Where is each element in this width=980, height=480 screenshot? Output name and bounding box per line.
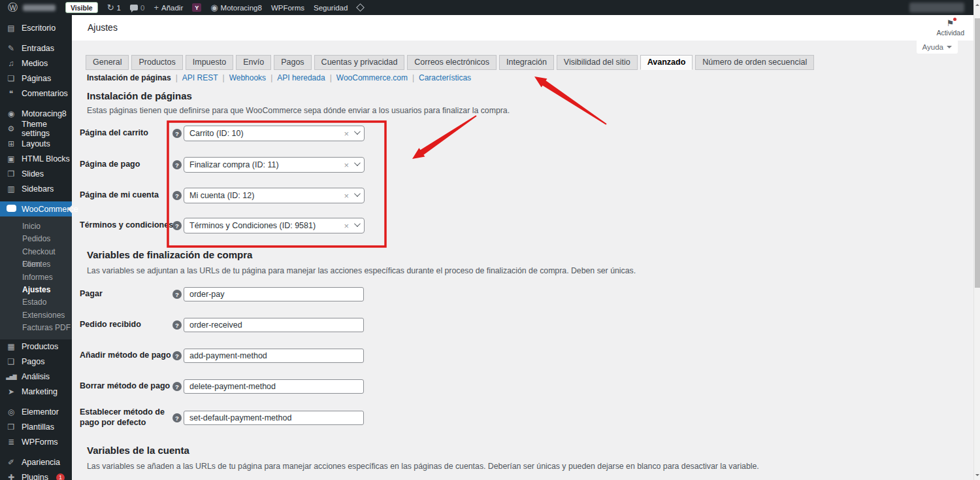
sidebar-item-wpforms[interactable]: ≣ WPForms <box>0 435 72 450</box>
yoast-icon: Y <box>192 3 201 12</box>
subnav-woocommerce-com[interactable]: WooCommerce.com <box>336 73 419 82</box>
sliders-icon: ⚙ <box>6 124 16 133</box>
help-icon[interactable]: ? <box>172 191 182 200</box>
subnav-api-rest[interactable]: API REST <box>182 73 229 82</box>
tab-impuesto[interactable]: Impuesto <box>186 55 233 70</box>
scrollbar-thumb[interactable] <box>975 18 980 288</box>
terms-page-select[interactable]: Términos y Condiciones (ID: 9581) × <box>184 218 365 233</box>
main-content: Ajustes ⚑ Actividad Ayuda General Produc… <box>72 15 973 480</box>
submenu-estado[interactable]: Estado <box>0 296 72 309</box>
tab-avanzado[interactable]: Avanzado <box>640 55 693 70</box>
visible-status-badge[interactable]: Visible <box>61 0 103 15</box>
wpforms-menu[interactable]: WPForms <box>267 0 309 15</box>
sidebar-item-pages[interactable]: ❏ Páginas <box>0 71 72 86</box>
add-payment-method-endpoint-input[interactable] <box>184 349 364 363</box>
sidebar-item-sidebars[interactable]: ▥ Sidebars <box>0 181 72 196</box>
sidebar-item-marketing[interactable]: ➤ Marketing <box>0 385 72 400</box>
help-icon[interactable]: ? <box>172 351 182 360</box>
add-new-button[interactable]: + Añadir <box>149 0 188 15</box>
submenu-ajustes[interactable]: Ajustes <box>0 284 72 296</box>
submenu-clientes[interactable]: Clientes <box>0 258 72 271</box>
sidebars-icon: ▥ <box>6 184 16 194</box>
delete-payment-method-endpoint-input[interactable] <box>184 379 364 394</box>
tab-general[interactable]: General <box>86 55 129 70</box>
vertical-scrollbar[interactable] <box>973 0 980 480</box>
yoast-seo-button[interactable]: Y <box>188 0 206 15</box>
field-label: Establecer método de pago por defecto <box>80 407 178 428</box>
updates-button[interactable]: ↻ 1 <box>103 0 125 15</box>
help-icon[interactable]: ? <box>172 160 182 169</box>
sidebar-item-woocommerce[interactable]: WooCommerce <box>0 201 72 216</box>
sidebar-item-analytics[interactable]: ▃▅▇ Análisis <box>0 369 72 385</box>
help-icon[interactable]: ? <box>172 413 182 422</box>
activity-button[interactable]: ⚑ Actividad <box>936 17 964 37</box>
help-icon[interactable]: ? <box>172 129 182 138</box>
help-icon[interactable]: ? <box>172 221 182 230</box>
scroll-down-arrow[interactable] <box>975 474 979 476</box>
submenu-pedidos[interactable]: Pedidos <box>0 233 72 245</box>
tab-cuentas-privacidad[interactable]: Cuentas y privacidad <box>314 55 405 70</box>
sidebar-item-dashboard[interactable]: ▤ Escritorio <box>0 20 72 35</box>
sidebar-item-media[interactable]: ♫ Medios <box>0 56 72 71</box>
help-icon[interactable]: ? <box>172 320 182 330</box>
tab-visibilidad[interactable]: Visibilidad del sitio <box>557 55 638 70</box>
user-account-blurred[interactable] <box>909 3 964 12</box>
sidebar-item-plugins[interactable]: ✚ Plugins 1 <box>0 470 72 480</box>
section-desc-account-endpoints: Las variables se añaden a las URLs de tu… <box>87 462 759 471</box>
tab-correos[interactable]: Correos electrónicos <box>407 55 497 70</box>
elementor-diamond-icon[interactable] <box>357 3 365 12</box>
sidebar-item-payments[interactable]: ❑ Pagos <box>0 354 72 369</box>
form-row-terms-page: Términos y condiciones ? Términos y Cond… <box>72 218 529 233</box>
set-default-payment-method-endpoint-input[interactable] <box>184 411 364 425</box>
clear-selection-icon[interactable]: × <box>344 129 349 139</box>
comments-icon: ❝ <box>6 89 16 98</box>
chevron-down-icon <box>947 46 952 51</box>
activity-flag-icon: ⚑ <box>947 18 955 28</box>
wordpress-logo-icon[interactable]: Ⓦ <box>8 1 18 14</box>
sidebar-item-html-blocks[interactable]: ▣ HTML Blocks <box>0 151 72 166</box>
sidebar-item-posts[interactable]: ✎ Entradas <box>0 41 72 56</box>
sidebar-item-appearance[interactable]: ✐ Apariencia <box>0 455 72 470</box>
tab-envio[interactable]: Envío <box>236 55 271 70</box>
clear-selection-icon[interactable]: × <box>344 160 349 170</box>
sidebar-item-templates[interactable]: ❒ Plantillas <box>0 420 72 435</box>
cart-page-select[interactable]: Carrito (ID: 10) × <box>184 126 365 141</box>
tab-productos[interactable]: Productos <box>131 55 182 70</box>
subnav-webhooks[interactable]: Webhooks <box>229 73 278 82</box>
sidebar-item-layouts[interactable]: ⊞ Layouts <box>0 136 72 151</box>
sidebar-item-comments[interactable]: ❝ Comentarios <box>0 86 72 101</box>
submenu-extensiones[interactable]: Extensiones <box>0 309 72 322</box>
submenu-informes[interactable]: Informes <box>0 271 72 284</box>
tab-pagos[interactable]: Pagos <box>274 55 311 70</box>
section-title-account-endpoints: Variables de la cuenta <box>87 445 189 456</box>
sidebar-item-theme-settings[interactable]: ⚙ Theme settings <box>0 121 72 136</box>
checkout-page-select[interactable]: Finalizar compra (ID: 11) × <box>184 157 365 173</box>
sidebar-item-elementor[interactable]: ◎ Elementor <box>0 405 72 420</box>
site-name-blurred[interactable] <box>23 5 56 11</box>
help-icon[interactable]: ? <box>172 290 182 299</box>
sidebar-item-slides[interactable]: ❐ Slides <box>0 166 72 181</box>
tab-integracion[interactable]: Integración <box>499 55 554 70</box>
security-menu[interactable]: Seguridad <box>309 0 352 15</box>
form-row-set-default-payment-method: Establecer método de pago por defecto ? <box>72 410 529 426</box>
field-label: Borrar método de pago <box>80 381 178 392</box>
clear-selection-icon[interactable]: × <box>344 191 349 201</box>
order-received-endpoint-input[interactable] <box>184 318 364 332</box>
subnav-api-heredada[interactable]: API heredada <box>277 73 336 82</box>
submenu-facturas-pdf[interactable]: Facturas PDF <box>0 322 72 334</box>
tab-numero-orden[interactable]: Número de orden secuencial <box>695 55 814 70</box>
clear-selection-icon[interactable]: × <box>344 221 349 231</box>
scroll-up-arrow[interactable] <box>975 4 979 6</box>
submenu-inicio[interactable]: Inicio <box>0 220 72 233</box>
help-icon[interactable]: ? <box>172 382 182 391</box>
subnav-caracteristicas[interactable]: Características <box>419 73 471 82</box>
account-page-select[interactable]: Mi cuenta (ID: 12) × <box>184 188 365 203</box>
submenu-checkout-form[interactable]: Checkout Form <box>0 246 72 258</box>
help-button[interactable]: Ayuda <box>917 41 958 54</box>
subnav-instalacion-paginas[interactable]: Instalación de páginas <box>87 73 182 82</box>
site-menu-motoracing[interactable]: ◉ Motoracing8 <box>206 0 267 15</box>
pay-endpoint-input[interactable] <box>184 287 364 301</box>
comments-button[interactable]: 0 <box>125 0 149 15</box>
form-row-add-payment-method: Añadir método de pago ? <box>72 348 529 364</box>
sidebar-item-products[interactable]: ▦ Productos <box>0 339 72 354</box>
